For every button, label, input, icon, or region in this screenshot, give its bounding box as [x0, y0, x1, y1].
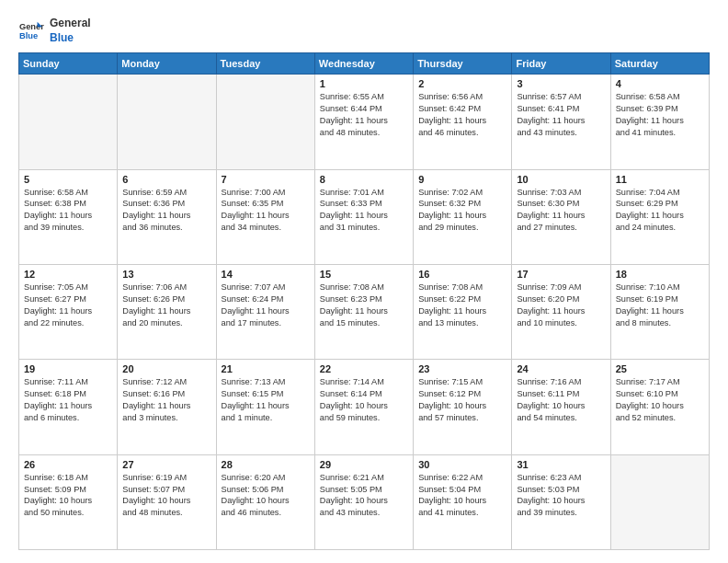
- day-number: 14: [222, 269, 310, 280]
- day-number: 7: [222, 174, 310, 185]
- cell-info: Sunrise: 7:10 AM Sunset: 6:19 PM Dayligh…: [616, 282, 704, 329]
- cell-info: Sunrise: 6:20 AM Sunset: 5:06 PM Dayligh…: [222, 472, 310, 520]
- cell-info: Sunrise: 6:21 AM Sunset: 5:05 PM Dayligh…: [320, 472, 408, 520]
- day-number: 4: [616, 78, 704, 89]
- svg-text:Blue: Blue: [19, 31, 38, 40]
- day-number: 6: [122, 174, 210, 185]
- day-number: 30: [418, 459, 506, 470]
- calendar-cell: 24Sunrise: 7:16 AM Sunset: 6:11 PM Dayli…: [512, 360, 610, 454]
- day-number: 22: [320, 363, 408, 374]
- day-number: 5: [24, 174, 112, 185]
- day-number: 3: [517, 78, 605, 89]
- calendar-cell: [19, 75, 118, 169]
- cell-info: Sunrise: 7:13 AM Sunset: 6:15 PM Dayligh…: [222, 376, 310, 424]
- day-number: 21: [222, 363, 310, 374]
- calendar-cell: 19Sunrise: 7:11 AM Sunset: 6:18 PM Dayli…: [19, 360, 118, 454]
- calendar-cell: 13Sunrise: 7:06 AM Sunset: 6:26 PM Dayli…: [118, 264, 216, 359]
- calendar-cell: 4Sunrise: 6:58 AM Sunset: 6:39 PM Daylig…: [610, 75, 709, 169]
- weekday-header-saturday: Saturday: [610, 53, 709, 75]
- logo: General Blue General Blue: [18, 17, 91, 45]
- calendar-cell: [610, 454, 709, 549]
- cell-info: Sunrise: 7:15 AM Sunset: 6:12 PM Dayligh…: [418, 376, 506, 424]
- calendar-cell: 8Sunrise: 7:01 AM Sunset: 6:33 PM Daylig…: [314, 169, 413, 264]
- day-number: 25: [616, 363, 704, 374]
- cell-info: Sunrise: 7:03 AM Sunset: 6:30 PM Dayligh…: [517, 187, 605, 235]
- day-number: 26: [24, 459, 112, 470]
- day-number: 17: [517, 269, 605, 280]
- day-number: 2: [418, 78, 506, 89]
- calendar-cell: 5Sunrise: 6:58 AM Sunset: 6:38 PM Daylig…: [19, 169, 118, 264]
- cell-info: Sunrise: 7:06 AM Sunset: 6:26 PM Dayligh…: [122, 282, 210, 329]
- logo-text: General Blue: [50, 17, 91, 45]
- logo-icon: General Blue: [18, 18, 44, 44]
- day-number: 1: [320, 78, 408, 89]
- calendar-cell: 26Sunrise: 6:18 AM Sunset: 5:09 PM Dayli…: [19, 454, 118, 549]
- weekday-header-friday: Friday: [512, 53, 610, 75]
- day-number: 27: [122, 459, 210, 470]
- day-number: 10: [517, 174, 605, 185]
- weekday-header-wednesday: Wednesday: [314, 53, 413, 75]
- day-number: 31: [517, 459, 605, 470]
- cell-info: Sunrise: 6:56 AM Sunset: 6:42 PM Dayligh…: [418, 91, 506, 139]
- calendar-cell: 20Sunrise: 7:12 AM Sunset: 6:16 PM Dayli…: [118, 360, 216, 454]
- calendar-cell: 12Sunrise: 7:05 AM Sunset: 6:27 PM Dayli…: [19, 264, 118, 359]
- cell-info: Sunrise: 7:08 AM Sunset: 6:22 PM Dayligh…: [418, 282, 506, 329]
- calendar-cell: 16Sunrise: 7:08 AM Sunset: 6:22 PM Dayli…: [414, 264, 512, 359]
- cell-info: Sunrise: 6:58 AM Sunset: 6:38 PM Dayligh…: [24, 187, 112, 235]
- calendar-cell: 18Sunrise: 7:10 AM Sunset: 6:19 PM Dayli…: [610, 264, 709, 359]
- day-number: 19: [24, 363, 112, 374]
- cell-info: Sunrise: 7:01 AM Sunset: 6:33 PM Dayligh…: [320, 187, 408, 235]
- cell-info: Sunrise: 6:59 AM Sunset: 6:36 PM Dayligh…: [122, 187, 210, 235]
- weekday-header-sunday: Sunday: [19, 53, 118, 75]
- calendar-cell: 31Sunrise: 6:23 AM Sunset: 5:03 PM Dayli…: [512, 454, 610, 549]
- calendar-cell: 9Sunrise: 7:02 AM Sunset: 6:32 PM Daylig…: [414, 169, 512, 264]
- day-number: 20: [122, 363, 210, 374]
- cell-info: Sunrise: 6:22 AM Sunset: 5:04 PM Dayligh…: [418, 472, 506, 520]
- calendar-cell: 30Sunrise: 6:22 AM Sunset: 5:04 PM Dayli…: [414, 454, 512, 549]
- cell-info: Sunrise: 7:12 AM Sunset: 6:16 PM Dayligh…: [122, 376, 210, 424]
- day-number: 8: [320, 174, 408, 185]
- cell-info: Sunrise: 7:08 AM Sunset: 6:23 PM Dayligh…: [320, 282, 408, 329]
- calendar-cell: 3Sunrise: 6:57 AM Sunset: 6:41 PM Daylig…: [512, 75, 610, 169]
- calendar-table: SundayMondayTuesdayWednesdayThursdayFrid…: [18, 52, 710, 550]
- cell-info: Sunrise: 6:18 AM Sunset: 5:09 PM Dayligh…: [24, 472, 112, 520]
- weekday-header-monday: Monday: [118, 53, 216, 75]
- day-number: 15: [320, 269, 408, 280]
- cell-info: Sunrise: 6:19 AM Sunset: 5:07 PM Dayligh…: [122, 472, 210, 520]
- cell-info: Sunrise: 7:17 AM Sunset: 6:10 PM Dayligh…: [616, 376, 704, 424]
- day-number: 13: [122, 269, 210, 280]
- cell-info: Sunrise: 7:02 AM Sunset: 6:32 PM Dayligh…: [418, 187, 506, 235]
- cell-info: Sunrise: 7:16 AM Sunset: 6:11 PM Dayligh…: [517, 376, 605, 424]
- calendar-cell: 10Sunrise: 7:03 AM Sunset: 6:30 PM Dayli…: [512, 169, 610, 264]
- cell-info: Sunrise: 7:04 AM Sunset: 6:29 PM Dayligh…: [616, 187, 704, 235]
- calendar-cell: 28Sunrise: 6:20 AM Sunset: 5:06 PM Dayli…: [216, 454, 314, 549]
- page: General Blue General Blue SundayMondayTu…: [0, 0, 728, 563]
- calendar-cell: 22Sunrise: 7:14 AM Sunset: 6:14 PM Dayli…: [314, 360, 413, 454]
- day-number: 11: [616, 174, 704, 185]
- cell-info: Sunrise: 6:55 AM Sunset: 6:44 PM Dayligh…: [320, 91, 408, 139]
- day-number: 24: [517, 363, 605, 374]
- cell-info: Sunrise: 6:23 AM Sunset: 5:03 PM Dayligh…: [517, 472, 605, 520]
- day-number: 9: [418, 174, 506, 185]
- calendar-cell: 25Sunrise: 7:17 AM Sunset: 6:10 PM Dayli…: [610, 360, 709, 454]
- day-number: 12: [24, 269, 112, 280]
- calendar-cell: [216, 75, 314, 169]
- weekday-header-thursday: Thursday: [414, 53, 512, 75]
- day-number: 18: [616, 269, 704, 280]
- calendar-cell: 1Sunrise: 6:55 AM Sunset: 6:44 PM Daylig…: [314, 75, 413, 169]
- day-number: 23: [418, 363, 506, 374]
- day-number: 16: [418, 269, 506, 280]
- calendar-cell: 21Sunrise: 7:13 AM Sunset: 6:15 PM Dayli…: [216, 360, 314, 454]
- header: General Blue General Blue: [18, 17, 710, 45]
- calendar-cell: 23Sunrise: 7:15 AM Sunset: 6:12 PM Dayli…: [414, 360, 512, 454]
- calendar-cell: 17Sunrise: 7:09 AM Sunset: 6:20 PM Dayli…: [512, 264, 610, 359]
- calendar-cell: 7Sunrise: 7:00 AM Sunset: 6:35 PM Daylig…: [216, 169, 314, 264]
- cell-info: Sunrise: 6:58 AM Sunset: 6:39 PM Dayligh…: [616, 91, 704, 139]
- weekday-header-tuesday: Tuesday: [216, 53, 314, 75]
- calendar-cell: 14Sunrise: 7:07 AM Sunset: 6:24 PM Dayli…: [216, 264, 314, 359]
- cell-info: Sunrise: 7:14 AM Sunset: 6:14 PM Dayligh…: [320, 376, 408, 424]
- calendar-cell: 27Sunrise: 6:19 AM Sunset: 5:07 PM Dayli…: [118, 454, 216, 549]
- calendar-cell: 11Sunrise: 7:04 AM Sunset: 6:29 PM Dayli…: [610, 169, 709, 264]
- cell-info: Sunrise: 6:57 AM Sunset: 6:41 PM Dayligh…: [517, 91, 605, 139]
- calendar-cell: 15Sunrise: 7:08 AM Sunset: 6:23 PM Dayli…: [314, 264, 413, 359]
